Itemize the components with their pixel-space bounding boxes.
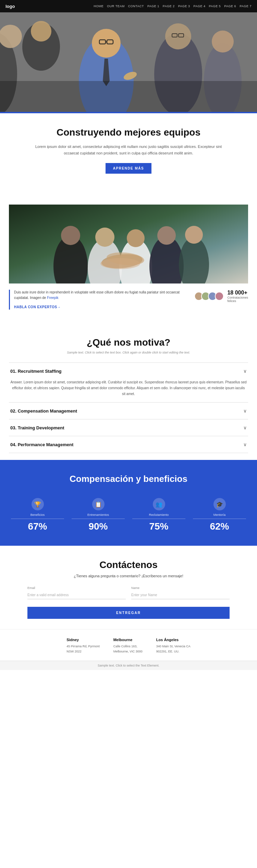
chevron-icon-02: ∨ <box>243 408 247 414</box>
avatar-group <box>194 292 224 301</box>
email-input[interactable] <box>27 591 126 599</box>
accordion-title-02: 02. Compensation Management <box>10 408 77 414</box>
section-motiva: ¿Qué nos motiva? Sample text. Click to s… <box>0 323 257 460</box>
chevron-icon-04: ∨ <box>243 442 247 447</box>
aprende-mas-button[interactable]: APRENDE MÁS <box>106 163 151 174</box>
nav-contact[interactable]: CONTACT <box>128 4 144 8</box>
svg-point-4 <box>92 29 121 58</box>
accordion-item-01: 01. Recruitment Staffing ∨ Answer. Lorem… <box>9 363 248 403</box>
nav-links: HOME OUR TEAM CONTACT PAGE 1 PAGE 2 PAGE… <box>94 4 252 8</box>
city-sidney: Sidney <box>66 638 100 642</box>
nav-page1[interactable]: PAGE 1 <box>147 4 159 8</box>
email-label: Email <box>27 586 126 590</box>
submit-button[interactable]: ENTREGAR <box>27 607 230 619</box>
mentoria-icon: 🎓 <box>213 498 226 510</box>
comp-card-mentoria: 🎓 Mentoría 62% <box>191 495 248 535</box>
name-group: Name <box>131 586 230 599</box>
bottom-bar-text: Sample text. Click to select the Text El… <box>98 664 159 667</box>
section-construyendo: Construyendo mejores equipos Lorem ipsum… <box>0 112 257 184</box>
mentoria-percent: 62% <box>193 521 246 532</box>
stats-body: Duis aute irure dolor in reprehenderit i… <box>14 290 187 301</box>
comp-title: Compensación y beneficios <box>9 474 248 484</box>
svg-point-33 <box>100 258 140 269</box>
motiva-title: ¿Qué nos motiva? <box>9 337 248 348</box>
svg-point-10 <box>165 23 191 49</box>
beneficios-icon: 🏆 <box>32 498 44 510</box>
name-label: Name <box>131 586 230 590</box>
chevron-icon-03: ∨ <box>243 425 247 430</box>
nav-page3[interactable]: PAGE 3 <box>178 4 190 8</box>
accordion-header-02[interactable]: 02. Compensation Management ∨ <box>9 403 248 419</box>
nav-page7[interactable]: PAGE 7 <box>240 4 252 8</box>
bottom-bar: Sample text. Click to select the Text El… <box>0 661 257 670</box>
svg-point-14 <box>212 31 234 53</box>
comp-card-entrenamientos: 📋 Entrenamientos 90% <box>70 495 127 535</box>
email-group: Email <box>27 586 126 599</box>
comp-card-beneficios: 🏆 Beneficios 67% <box>9 495 66 535</box>
svg-point-30 <box>185 226 203 244</box>
entrenamientos-percent: 90% <box>72 521 125 532</box>
accordion-header-04[interactable]: 04. Performance Management ∨ <box>9 436 248 453</box>
accordion: 01. Recruitment Staffing ∨ Answer. Lorem… <box>9 362 248 453</box>
accordion-body-01: Answer. Lorem ipsum dolor sit amet, cons… <box>9 379 248 402</box>
stats-number: 18 000+ <box>227 290 248 296</box>
accordion-title-01: 01. Recruitment Staffing <box>10 369 62 374</box>
nav-page4[interactable]: PAGE 4 <box>194 4 206 8</box>
beneficios-percent: 67% <box>11 521 64 532</box>
location-melbourne: Melbourne Calle Collins 163,Melbourne, V… <box>113 638 143 654</box>
beneficios-label: Beneficios <box>11 513 64 519</box>
accordion-item-04: 04. Performance Management ∨ <box>9 436 248 453</box>
reclutamiento-label: Reclutamiento <box>132 513 185 519</box>
reclutamiento-percent: 75% <box>132 521 185 532</box>
motiva-subtitle: Sample text. Click to select the text bo… <box>9 351 248 354</box>
comp-card-reclutamiento: 👥 Reclutamiento 75% <box>130 495 187 535</box>
reclutamiento-icon: 👥 <box>153 498 165 510</box>
address-sidney: 45 Pirrama Rd, PyrmontNSW 2022 <box>66 644 100 654</box>
svg-rect-18 <box>0 81 257 112</box>
stats-count: 18 000+ Contratacionesfelices <box>227 290 248 303</box>
habla-link[interactable]: HABLA CON EXPERTOS→ <box>14 305 61 309</box>
spacer1 <box>0 184 257 194</box>
section-contact: Contáctenos ¿Tienes alguna pregunta o co… <box>0 546 257 629</box>
svg-point-2 <box>31 21 51 42</box>
svg-point-28 <box>157 226 176 245</box>
avatar-4 <box>215 292 224 301</box>
accordion-item-02: 02. Compensation Management ∨ <box>9 403 248 419</box>
nav-page2[interactable]: PAGE 2 <box>163 4 175 8</box>
hero-section <box>0 12 257 112</box>
city-losangeles: Los Ángeles <box>156 638 191 642</box>
stats-text: Duis aute irure dolor in reprehenderit i… <box>9 290 187 310</box>
accordion-item-03: 03. Training Development ∨ <box>9 419 248 436</box>
accordion-answer-01: Answer. Lorem ipsum dolor sit amet, cons… <box>10 379 247 397</box>
nav-page5[interactable]: PAGE 5 <box>209 4 221 8</box>
nav-home[interactable]: HOME <box>94 4 103 8</box>
navbar: logo HOME OUR TEAM CONTACT PAGE 1 PAGE 2… <box>0 0 257 12</box>
address-losangeles: 340 Main St, Venecia CA902291, EE. UU. <box>156 644 191 654</box>
construyendo-title: Construyendo mejores equipos <box>27 127 230 138</box>
comp-grid: 🏆 Beneficios 67% 📋 Entrenamientos 90% 👥 … <box>9 495 248 535</box>
location-losangeles: Los Ángeles 340 Main St, Venecia CA90229… <box>156 638 191 654</box>
svg-point-26 <box>127 229 145 247</box>
logo[interactable]: logo <box>5 4 15 9</box>
address-melbourne: Calle Collins 163,Melbourne, VIC 3000 <box>113 644 143 654</box>
contact-title: Contáctenos <box>27 559 230 570</box>
section-compensation: Compensación y beneficios 🏆 Beneficios 6… <box>0 460 257 546</box>
accordion-header-03[interactable]: 03. Training Development ∨ <box>9 419 248 436</box>
mentoria-label: Mentoría <box>193 513 246 519</box>
name-input[interactable] <box>131 591 230 599</box>
accordion-title-04: 04. Performance Management <box>10 442 73 447</box>
contact-subtitle: ¿Tienes alguna pregunta o comentario? ¡E… <box>27 574 230 578</box>
stats-right: 18 000+ Contratacionesfelices <box>194 290 248 303</box>
nav-our-team[interactable]: OUR TEAM <box>107 4 124 8</box>
contact-form: Email Name ENTREGAR <box>27 586 230 619</box>
nav-page6[interactable]: PAGE 6 <box>224 4 236 8</box>
accordion-header-01[interactable]: 01. Recruitment Staffing ∨ <box>9 363 248 379</box>
chevron-icon-01: ∨ <box>243 368 247 374</box>
section-team-image <box>0 194 257 283</box>
accordion-title-03: 03. Training Development <box>10 425 64 430</box>
city-melbourne: Melbourne <box>113 638 143 642</box>
hero-image <box>0 12 257 112</box>
entrenamientos-icon: 📋 <box>92 498 105 510</box>
svg-point-24 <box>95 228 114 247</box>
construyendo-body: Lorem ipsum dolor sit amet, consectetur … <box>27 143 230 156</box>
